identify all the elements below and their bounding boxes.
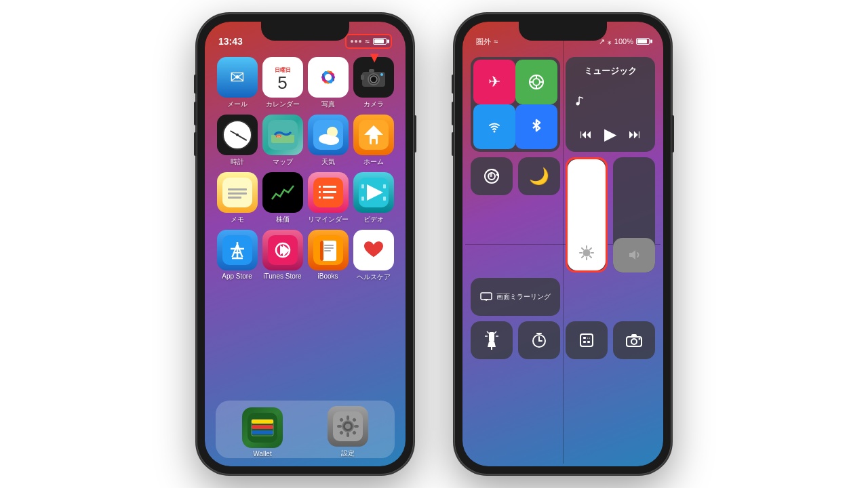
app-notes[interactable]: メモ <box>216 172 258 224</box>
svg-point-84 <box>576 102 580 106</box>
signal-dots <box>351 40 361 43</box>
next-button[interactable]: ⏭ <box>629 127 641 142</box>
svg-rect-26 <box>372 139 376 144</box>
app-calendar[interactable]: 日曜日 5 カレンダー <box>261 57 304 109</box>
svg-point-22 <box>323 136 339 145</box>
wifi-button[interactable] <box>473 104 515 149</box>
mirror-label: 画面ミラーリング <box>496 292 551 302</box>
weather-icon <box>308 115 349 155</box>
notes-icon <box>217 172 258 213</box>
ibooks-icon <box>308 230 349 270</box>
cc-status-left: 圏外 ≈ <box>476 37 498 47</box>
app-ibooks[interactable]: iBooks <box>307 230 349 282</box>
svg-rect-30 <box>228 197 241 199</box>
svg-rect-62 <box>252 420 273 424</box>
home-screen: 13:43 ≈ ▼ <box>205 22 406 466</box>
do-not-disturb-button[interactable]: 🌙 <box>518 157 560 195</box>
vol-up-button[interactable] <box>194 102 197 125</box>
brightness-slider[interactable] <box>566 157 608 272</box>
calculator-button[interactable] <box>566 321 608 359</box>
appstore-icon: A <box>217 230 258 270</box>
svg-line-94 <box>582 248 584 250</box>
app-videos[interactable]: ビデオ <box>352 172 395 224</box>
svg-point-89 <box>583 249 590 256</box>
app-mail[interactable]: ✉ メール <box>216 57 258 109</box>
svg-rect-117 <box>587 341 590 343</box>
vol-down-button[interactable] <box>194 132 197 156</box>
prev-button[interactable]: ⏮ <box>580 127 592 142</box>
reminders-label: リマインダー <box>308 215 349 224</box>
rotation-lock-button[interactable] <box>471 157 513 195</box>
app-appstore[interactable]: A App Store <box>216 230 258 282</box>
bluetooth-button[interactable] <box>515 104 557 149</box>
svg-line-97 <box>590 248 592 250</box>
flashlight-button[interactable] <box>471 321 513 359</box>
svg-point-123 <box>639 338 641 340</box>
svg-point-13 <box>380 73 383 76</box>
brightness-icon <box>579 245 594 264</box>
app-home[interactable]: ホーム <box>352 115 395 167</box>
iphone-control-center: 圏外 ≈ ↗ ⁎ 100% <box>454 14 671 474</box>
svg-rect-28 <box>228 188 247 190</box>
vol-up-button-2[interactable] <box>452 102 454 125</box>
svg-rect-71 <box>337 425 342 428</box>
app-settings[interactable]: 設定 <box>328 406 368 458</box>
app-wallet[interactable]: Wallet <box>242 407 283 458</box>
app-reminders[interactable]: リマインダー <box>307 172 349 224</box>
svg-rect-41 <box>361 184 364 188</box>
app-dock: Wallet <box>216 401 395 458</box>
app-health[interactable]: ヘルスケア <box>352 230 395 282</box>
svg-rect-72 <box>354 425 359 428</box>
clock-icon <box>217 115 258 155</box>
silent-button[interactable] <box>194 75 197 94</box>
svg-line-95 <box>590 256 592 258</box>
weather-label: 天気 <box>321 157 335 167</box>
videos-icon <box>353 172 394 213</box>
svg-rect-114 <box>583 337 586 339</box>
play-button[interactable]: ▶ <box>604 125 616 144</box>
svg-rect-34 <box>323 186 336 188</box>
svg-rect-113 <box>580 334 593 346</box>
svg-point-6 <box>325 74 332 81</box>
screen-mirror-button[interactable]: 画面ミラーリング <box>471 278 560 316</box>
signal-text: 圏外 <box>476 37 491 47</box>
airplane-mode-button[interactable]: ✈ <box>473 60 515 104</box>
settings-label: 設定 <box>341 449 355 458</box>
power-button[interactable] <box>414 115 416 152</box>
app-itunes[interactable]: iTunes Store <box>261 230 304 282</box>
svg-marker-98 <box>629 250 635 260</box>
app-maps[interactable]: 280 マップ <box>261 115 304 167</box>
svg-rect-64 <box>252 430 273 434</box>
app-stocks[interactable]: 株価 <box>261 172 304 224</box>
camera-button[interactable] <box>613 321 655 359</box>
mail-icon: ✉ <box>217 57 258 98</box>
appstore-label: App Store <box>222 272 252 280</box>
volume-slider[interactable] <box>613 157 655 272</box>
svg-point-11 <box>372 77 376 81</box>
svg-rect-38 <box>323 197 334 199</box>
svg-point-83 <box>494 131 496 133</box>
cc-music-tile: ミュージック ⏮ ▶ ⏭ <box>566 57 655 152</box>
svg-rect-59 <box>324 250 331 251</box>
videos-label: ビデオ <box>363 215 384 224</box>
svg-rect-57 <box>324 245 334 246</box>
maps-icon: 280 <box>262 115 303 155</box>
moon-icon: 🌙 <box>529 167 549 186</box>
app-photos[interactable]: 写真 <box>307 57 349 109</box>
timer-button[interactable] <box>518 321 560 359</box>
power-button-2[interactable] <box>671 115 674 152</box>
silent-button-2[interactable] <box>452 75 454 94</box>
cc-wifi-icon: ≈ <box>494 37 498 45</box>
cc-bt-icon: ⁎ <box>608 37 612 46</box>
svg-rect-37 <box>319 197 321 199</box>
svg-point-68 <box>345 424 351 429</box>
health-label: ヘルスケア <box>357 272 391 282</box>
cellular-button[interactable] <box>515 60 557 104</box>
svg-rect-88 <box>490 174 492 177</box>
app-weather[interactable]: 天気 <box>307 115 349 167</box>
cc-battery-pct: 100% <box>614 37 633 45</box>
app-clock[interactable]: 時計 <box>216 115 258 167</box>
home-app-label: ホーム <box>363 157 384 167</box>
vol-down-button-2[interactable] <box>452 132 454 156</box>
red-arrow-indicator: ▼ <box>367 50 382 65</box>
